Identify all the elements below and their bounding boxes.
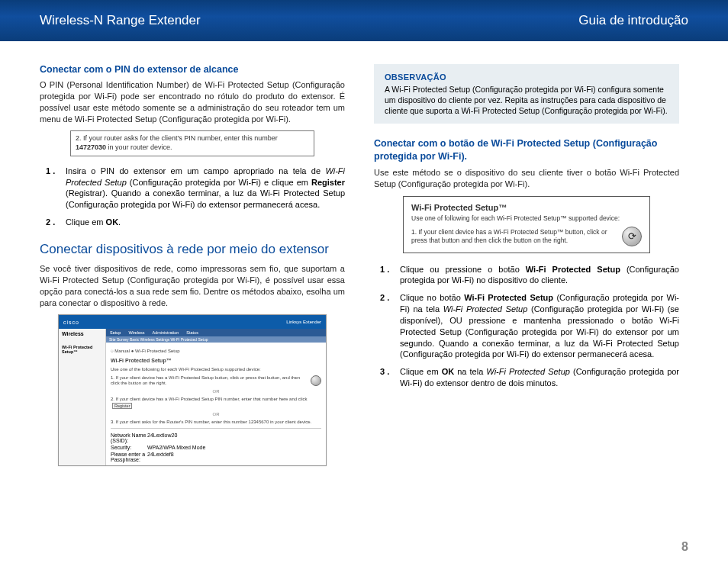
step-number: 1 . <box>46 166 55 177</box>
wps-panel-text: 1. If your client device has a Wi-Fi Pro… <box>411 228 616 245</box>
step-text: Insira o PIN do extensor em um campo apr… <box>66 166 325 175</box>
cs-title-right: Linksys Extender <box>286 320 321 324</box>
step-text: (Configuração protegida por Wi-Fi) e cli… <box>127 178 311 187</box>
step-text: . <box>118 217 121 227</box>
pin-step-1: 1 . Insira o PIN do extensor em um campo… <box>52 166 345 211</box>
step-number: 1 . <box>380 264 389 275</box>
cs-tabs: Setup Wireless Administration Status <box>106 329 326 336</box>
cs-tab: Status <box>182 329 202 336</box>
note-body: A Wi-Fi Protected Setup (Configuração pr… <box>385 84 668 117</box>
step-text-bold: Wi-Fi Protected Setup <box>464 293 553 302</box>
cs-subtabs: Site Survey Basic Wireless Settings Wi-F… <box>106 336 326 343</box>
cs-register-btn: Register <box>112 403 132 410</box>
cs-opt1: 1. If your client device has a Wi-Fi Pro… <box>111 375 304 386</box>
wps-panel-title: Wi-Fi Protected Setup™ <box>411 203 642 212</box>
header-band: Wireless-N Range Extender Guia de introd… <box>0 0 728 41</box>
para-connect-devices: Se você tiver dispositivos de rede, como… <box>40 263 345 308</box>
wps-steps: 1 . Clique ou pressione o botão Wi-Fi Pr… <box>374 264 679 389</box>
heading-wps-button: Conectar com o botão de Wi-Fi Protected … <box>374 137 679 162</box>
wps-step-2: 2 . Clique no botão Wi-Fi Protected Setu… <box>386 292 679 360</box>
pin-steps: 1 . Insira o PIN do extensor em um campo… <box>40 166 345 228</box>
step-text: Clique no botão <box>400 293 464 302</box>
step-number: 2 . <box>380 292 389 304</box>
cs-opt2: 2. If your client device has a Wi-Fi Pro… <box>111 397 307 401</box>
step-text: na tela <box>454 367 486 376</box>
note-title: OBSERVAÇÃO <box>385 72 668 83</box>
step-text: (Registrar). Quando a conexão terminar, … <box>66 188 345 209</box>
cs-row-lab: Please enter a Passphrase: <box>111 452 147 462</box>
step-text-bold: Wi-Fi Protected Setup <box>526 265 620 274</box>
cs-row-lab: Network Name (SSID): <box>111 433 147 443</box>
cs-sep: OR <box>111 412 321 417</box>
pinbox-prefix: 2. If your router asks for the client's … <box>76 134 278 142</box>
cs-tab: Administration <box>148 329 182 336</box>
cs-tab: Setup <box>106 329 124 336</box>
cs-opt3: 3. If your client asks for the Router's … <box>111 420 321 425</box>
config-screenshot: cisco Linksys Extender Wireless Setup Wi… <box>58 314 327 466</box>
step-text-bold: Register <box>311 178 345 187</box>
cs-topbar: cisco Linksys Extender <box>59 315 326 329</box>
cs-wps-sub: Use one of the following for each Wi-Fi … <box>111 367 321 372</box>
left-column: Conectar com o PIN do extensor de alcanc… <box>40 64 345 466</box>
page-number: 8 <box>681 540 688 554</box>
step-text: Clique em <box>66 217 106 227</box>
wps-panel-sub: Use one of following for each Wi-Fi Prot… <box>411 214 642 222</box>
cs-wps-title: Wi-Fi Protected Setup™ <box>111 358 321 364</box>
para-wps-button: Use este método se o dispositivo do seu … <box>374 167 679 190</box>
step-text: Clique ou pressione o botão <box>400 265 526 274</box>
note-box: OBSERVAÇÃO A Wi-Fi Protected Setup (Conf… <box>374 64 679 124</box>
cs-side-label: Wireless <box>59 329 106 343</box>
pin-instruction-box: 2. If your router asks for the client's … <box>70 130 314 156</box>
cs-row-val: WPA2/WPA Mixed Mode <box>147 445 205 450</box>
header-left: Wireless-N Range Extender <box>40 13 201 28</box>
cs-side-tab: Wi-Fi Protected Setup™ <box>59 343 106 465</box>
step-text-bold: OK <box>442 367 455 376</box>
step-number: 2 . <box>46 217 55 228</box>
step-number: 3 . <box>380 366 389 378</box>
step-text-bold: OK <box>106 217 119 227</box>
wps-icon <box>311 375 321 386</box>
step-text-ital: Wi-Fi Protected Setup <box>443 304 528 314</box>
wps-step-1: 1 . Clique ou pressione o botão Wi-Fi Pr… <box>386 264 679 287</box>
step-text-ital: Wi-Fi Protected Setup <box>486 367 570 376</box>
cs-main: ○ Manual ● Wi-Fi Protected Setup Wi-Fi P… <box>106 343 326 465</box>
cs-sep: OR <box>111 389 321 394</box>
para-pin: O PIN (Personal Identification Number) d… <box>40 79 345 124</box>
cs-tab: Wireless <box>124 329 148 336</box>
page-body: Conectar com o PIN do extensor de alcanc… <box>0 41 728 466</box>
pin-step-2: 2 . Clique em OK. <box>52 217 345 228</box>
cs-row-lab: Security: <box>111 445 147 450</box>
pinbox-suffix: in your router device. <box>106 143 172 151</box>
wps-icon: ⟳ <box>622 227 642 246</box>
step-text: Clique em <box>400 367 442 376</box>
cs-row-val: 24Lextdef8 <box>147 452 174 462</box>
heading-pin: Conectar com o PIN do extensor de alcanc… <box>40 64 345 75</box>
header-right: Guia de introdução <box>578 13 688 28</box>
wps-panel: Wi-Fi Protected Setup™ Use one of follow… <box>403 196 650 253</box>
heading-connect-devices: Conectar dispositivos à rede por meio do… <box>40 242 345 257</box>
right-column: OBSERVAÇÃO A Wi-Fi Protected Setup (Conf… <box>374 64 679 466</box>
pinbox-pin: 14727030 <box>76 143 106 151</box>
cs-brand: cisco <box>63 320 79 325</box>
wps-step-3: 3 . Clique em OK na tela Wi-Fi Protected… <box>386 366 679 389</box>
cs-row-val: 24Lextlow20 <box>147 433 177 443</box>
cs-mode: ○ Manual ● Wi-Fi Protected Setup <box>111 349 321 354</box>
